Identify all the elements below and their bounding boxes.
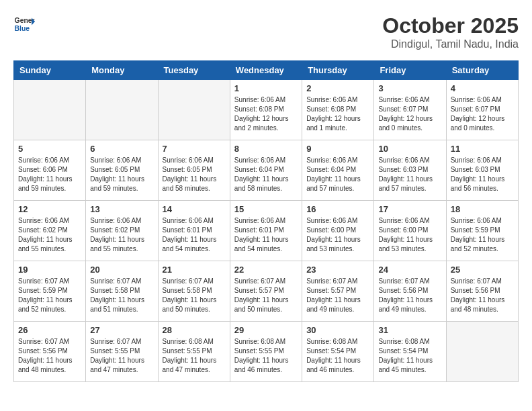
day-number: 18 — [451, 204, 514, 214]
day-number: 20 — [90, 265, 153, 275]
calendar-cell: 12Sunrise: 6:06 AMSunset: 6:02 PMDayligh… — [14, 201, 86, 261]
day-info: Sunrise: 6:06 AMSunset: 6:08 PMDaylight:… — [234, 95, 298, 133]
calendar-cell: 30Sunrise: 6:08 AMSunset: 5:54 PMDayligh… — [302, 322, 374, 382]
week-row-5: 26Sunrise: 6:07 AMSunset: 5:56 PMDayligh… — [14, 322, 519, 382]
day-number: 28 — [163, 325, 226, 335]
calendar-cell: 24Sunrise: 6:07 AMSunset: 5:56 PMDayligh… — [374, 261, 446, 322]
calendar-cell: 19Sunrise: 6:07 AMSunset: 5:59 PMDayligh… — [14, 261, 86, 322]
week-row-2: 5Sunrise: 6:06 AMSunset: 6:06 PMDaylight… — [14, 140, 519, 201]
day-header-friday: Friday — [374, 61, 446, 80]
calendar-cell: 1Sunrise: 6:06 AMSunset: 6:08 PMDaylight… — [230, 80, 302, 140]
calendar-cell: 7Sunrise: 6:06 AMSunset: 6:05 PMDaylight… — [158, 140, 230, 201]
day-info: Sunrise: 6:06 AMSunset: 6:04 PMDaylight:… — [234, 156, 298, 193]
day-info: Sunrise: 6:06 AMSunset: 6:00 PMDaylight:… — [378, 216, 441, 254]
page-header: General Blue October 2025 Dindigul, Tami… — [13, 13, 519, 50]
day-number: 16 — [306, 204, 369, 214]
calendar-cell: 23Sunrise: 6:07 AMSunset: 5:57 PMDayligh… — [302, 261, 374, 322]
calendar-cell: 28Sunrise: 6:08 AMSunset: 5:55 PMDayligh… — [158, 322, 230, 382]
day-number: 7 — [163, 144, 226, 154]
day-number: 27 — [90, 325, 153, 335]
calendar-cell: 15Sunrise: 6:06 AMSunset: 6:01 PMDayligh… — [230, 201, 302, 261]
day-info: Sunrise: 6:06 AMSunset: 6:05 PMDaylight:… — [90, 156, 153, 193]
calendar-cell: 16Sunrise: 6:06 AMSunset: 6:00 PMDayligh… — [302, 201, 374, 261]
day-info: Sunrise: 6:06 AMSunset: 6:03 PMDaylight:… — [378, 156, 441, 193]
calendar-cell: 13Sunrise: 6:06 AMSunset: 6:02 PMDayligh… — [86, 201, 158, 261]
week-row-3: 12Sunrise: 6:06 AMSunset: 6:02 PMDayligh… — [14, 201, 519, 261]
calendar-cell — [86, 80, 158, 140]
day-header-monday: Monday — [86, 61, 158, 80]
day-info: Sunrise: 6:06 AMSunset: 6:07 PMDaylight:… — [378, 95, 441, 133]
day-number: 21 — [163, 265, 226, 275]
day-info: Sunrise: 6:06 AMSunset: 6:00 PMDaylight:… — [306, 216, 369, 254]
day-number: 23 — [306, 265, 369, 275]
day-number: 26 — [18, 325, 81, 335]
day-number: 6 — [90, 144, 153, 154]
day-number: 15 — [234, 204, 298, 214]
day-info: Sunrise: 6:07 AMSunset: 5:56 PMDaylight:… — [451, 277, 514, 314]
day-info: Sunrise: 6:06 AMSunset: 6:02 PMDaylight:… — [90, 216, 153, 254]
calendar-cell — [446, 322, 518, 382]
day-info: Sunrise: 6:06 AMSunset: 6:01 PMDaylight:… — [163, 216, 226, 254]
day-number: 25 — [451, 265, 514, 275]
day-info: Sunrise: 6:06 AMSunset: 6:01 PMDaylight:… — [234, 216, 298, 254]
day-info: Sunrise: 6:06 AMSunset: 5:59 PMDaylight:… — [451, 216, 514, 254]
day-info: Sunrise: 6:07 AMSunset: 5:55 PMDaylight:… — [90, 337, 153, 375]
day-info: Sunrise: 6:07 AMSunset: 5:57 PMDaylight:… — [234, 277, 298, 314]
day-number: 30 — [306, 325, 369, 335]
day-number: 19 — [18, 265, 81, 275]
calendar-cell: 9Sunrise: 6:06 AMSunset: 6:04 PMDaylight… — [302, 140, 374, 201]
day-number: 14 — [163, 204, 226, 214]
calendar-cell: 5Sunrise: 6:06 AMSunset: 6:06 PMDaylight… — [14, 140, 86, 201]
day-number: 12 — [18, 204, 81, 214]
week-row-1: 1Sunrise: 6:06 AMSunset: 6:08 PMDaylight… — [14, 80, 519, 140]
day-info: Sunrise: 6:08 AMSunset: 5:54 PMDaylight:… — [306, 337, 369, 375]
calendar-cell: 2Sunrise: 6:06 AMSunset: 6:08 PMDaylight… — [302, 80, 374, 140]
day-info: Sunrise: 6:07 AMSunset: 5:56 PMDaylight:… — [18, 337, 81, 375]
calendar-cell: 3Sunrise: 6:06 AMSunset: 6:07 PMDaylight… — [374, 80, 446, 140]
calendar-subtitle: Dindigul, Tamil Nadu, India — [382, 38, 519, 50]
calendar-cell: 31Sunrise: 6:08 AMSunset: 5:54 PMDayligh… — [374, 322, 446, 382]
logo: General Blue — [13, 13, 35, 35]
day-info: Sunrise: 6:07 AMSunset: 5:59 PMDaylight:… — [18, 277, 81, 314]
calendar-cell: 18Sunrise: 6:06 AMSunset: 5:59 PMDayligh… — [446, 201, 518, 261]
day-number: 5 — [18, 144, 81, 154]
calendar-cell: 11Sunrise: 6:06 AMSunset: 6:03 PMDayligh… — [446, 140, 518, 201]
calendar-cell: 8Sunrise: 6:06 AMSunset: 6:04 PMDaylight… — [230, 140, 302, 201]
calendar-cell: 17Sunrise: 6:06 AMSunset: 6:00 PMDayligh… — [374, 201, 446, 261]
day-header-tuesday: Tuesday — [158, 61, 230, 80]
calendar-title: October 2025 — [382, 13, 519, 38]
calendar-cell — [14, 80, 86, 140]
logo-icon: General Blue — [13, 13, 35, 35]
calendar-cell: 22Sunrise: 6:07 AMSunset: 5:57 PMDayligh… — [230, 261, 302, 322]
day-info: Sunrise: 6:06 AMSunset: 6:04 PMDaylight:… — [306, 156, 369, 193]
day-info: Sunrise: 6:06 AMSunset: 6:06 PMDaylight:… — [18, 156, 81, 193]
day-info: Sunrise: 6:07 AMSunset: 5:56 PMDaylight:… — [378, 277, 441, 314]
day-info: Sunrise: 6:07 AMSunset: 5:58 PMDaylight:… — [163, 277, 226, 314]
day-info: Sunrise: 6:06 AMSunset: 6:07 PMDaylight:… — [451, 95, 514, 133]
day-number: 10 — [378, 144, 441, 154]
day-info: Sunrise: 6:08 AMSunset: 5:55 PMDaylight:… — [163, 337, 226, 375]
calendar-cell: 25Sunrise: 6:07 AMSunset: 5:56 PMDayligh… — [446, 261, 518, 322]
calendar-cell: 29Sunrise: 6:08 AMSunset: 5:55 PMDayligh… — [230, 322, 302, 382]
day-number: 29 — [234, 325, 298, 335]
day-number: 22 — [234, 265, 298, 275]
day-info: Sunrise: 6:06 AMSunset: 6:08 PMDaylight:… — [306, 95, 369, 133]
day-number: 1 — [234, 83, 298, 93]
day-info: Sunrise: 6:06 AMSunset: 6:05 PMDaylight:… — [163, 156, 226, 193]
calendar-cell: 4Sunrise: 6:06 AMSunset: 6:07 PMDaylight… — [446, 80, 518, 140]
calendar-cell: 26Sunrise: 6:07 AMSunset: 5:56 PMDayligh… — [14, 322, 86, 382]
svg-text:Blue: Blue — [15, 25, 30, 32]
calendar-cell: 6Sunrise: 6:06 AMSunset: 6:05 PMDaylight… — [86, 140, 158, 201]
day-header-thursday: Thursday — [302, 61, 374, 80]
title-section: October 2025 Dindigul, Tamil Nadu, India — [382, 13, 519, 50]
calendar-cell: 20Sunrise: 6:07 AMSunset: 5:58 PMDayligh… — [86, 261, 158, 322]
day-number: 13 — [90, 204, 153, 214]
header-row: SundayMondayTuesdayWednesdayThursdayFrid… — [14, 61, 519, 80]
day-number: 11 — [451, 144, 514, 154]
day-header-saturday: Saturday — [446, 61, 518, 80]
day-number: 31 — [378, 325, 441, 335]
calendar-cell: 21Sunrise: 6:07 AMSunset: 5:58 PMDayligh… — [158, 261, 230, 322]
day-number: 24 — [378, 265, 441, 275]
calendar-cell: 14Sunrise: 6:06 AMSunset: 6:01 PMDayligh… — [158, 201, 230, 261]
day-number: 8 — [234, 144, 298, 154]
